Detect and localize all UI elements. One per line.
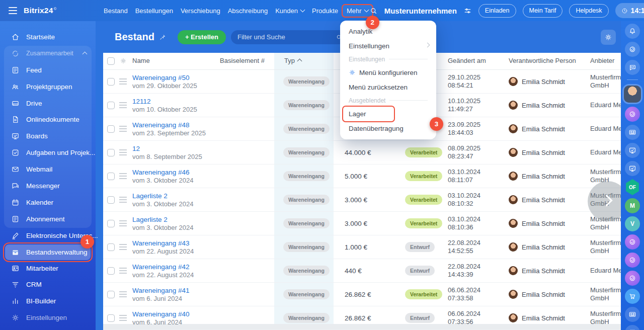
table-row[interactable]: Wareneingang #40vom 6. Juni 2024Warenein… bbox=[103, 306, 644, 330]
nav-item-kunden[interactable]: Kunden bbox=[275, 7, 304, 15]
rail-copilot-app-4-icon[interactable] bbox=[625, 271, 640, 286]
nav-item-abschreibung[interactable]: Abschreibung bbox=[228, 7, 268, 15]
view-settings-button[interactable] bbox=[601, 30, 616, 45]
row-checkbox[interactable] bbox=[107, 220, 115, 227]
rail-tasks-board-2-icon[interactable] bbox=[625, 161, 640, 176]
menu-item-menü-zurücksetzen[interactable]: Menü zurücksetzen bbox=[340, 80, 436, 95]
row-checkbox[interactable] bbox=[107, 196, 115, 204]
filter-search-input[interactable] bbox=[236, 33, 336, 41]
column-header-typ[interactable]: Typ bbox=[284, 57, 301, 64]
search-icon[interactable] bbox=[369, 7, 378, 15]
rail-copilot-app-3-icon[interactable] bbox=[625, 253, 640, 268]
sidebar-item-drive[interactable]: Drive bbox=[0, 95, 96, 112]
sidebar-item-projektgruppen[interactable]: Projektgruppen bbox=[0, 78, 96, 95]
drag-handle-icon[interactable] bbox=[119, 291, 127, 297]
sidebar-item-bi-builder[interactable]: BI-Builder bbox=[0, 293, 96, 309]
row-checkbox[interactable] bbox=[107, 291, 115, 298]
rail-tasks-board-icon[interactable] bbox=[625, 143, 640, 158]
row-checkbox[interactable] bbox=[107, 125, 115, 133]
table-row[interactable]: Wareneingang #43vom 22. August 2024Waren… bbox=[103, 235, 644, 259]
document-link[interactable]: Wareneingang #42 bbox=[132, 263, 190, 271]
column-header-changed[interactable]: Geändert am bbox=[448, 57, 486, 64]
document-link[interactable]: Wareneingang #43 bbox=[132, 239, 190, 247]
document-link[interactable]: Wareneingang #48 bbox=[132, 121, 190, 129]
person-name[interactable]: Emilia Schmidt bbox=[522, 149, 565, 156]
rail-notifications-icon[interactable] bbox=[625, 24, 640, 39]
sidebar-item-abonnement[interactable]: Abonnement bbox=[0, 211, 96, 227]
sidebar-item-zusammenarbeit[interactable]: Zusammenarbeit bbox=[0, 45, 96, 62]
person-name[interactable]: Emilia Schmidt bbox=[522, 243, 565, 251]
table-row[interactable]: 12vom 8. September 2025Wareneingang44.00… bbox=[103, 141, 644, 164]
app-logo[interactable]: Bitrix24© bbox=[24, 6, 57, 15]
table-row[interactable]: Wareneingang #46vom 3. Oktober 2024Waren… bbox=[103, 164, 644, 188]
sidebar-item-aufgaben-und-projek[interactable]: Aufgaben und Projek... bbox=[0, 144, 96, 161]
row-checkbox[interactable] bbox=[107, 78, 115, 86]
drag-handle-icon[interactable] bbox=[119, 197, 127, 203]
rail-contact-card-icon[interactable] bbox=[625, 125, 640, 140]
rail-chat-history-icon[interactable] bbox=[625, 60, 640, 75]
sidebar-item-feed[interactable]: Feed bbox=[0, 62, 96, 78]
sidebar-item-mitarbeiter[interactable]: Mitarbeiter bbox=[0, 260, 96, 277]
rail-contact-card-2-icon[interactable] bbox=[625, 307, 640, 322]
menu-item-datenübertragung[interactable]: Datenübertragung bbox=[340, 121, 436, 136]
table-row[interactable]: Wareneingang #41vom 6. Juni 2024Warenein… bbox=[103, 283, 644, 306]
drag-handle-icon[interactable] bbox=[119, 126, 127, 132]
row-checkbox[interactable] bbox=[107, 102, 115, 109]
nav-item-mehr[interactable]: Mehr2AnalytikEinstellungenEinstellungenM… bbox=[342, 4, 373, 18]
rail-v-app-icon[interactable]: V bbox=[625, 216, 640, 231]
rail-of-app-icon[interactable]: OF bbox=[625, 179, 640, 195]
menu-item-einstellungen[interactable]: Einstellungen bbox=[340, 39, 436, 53]
person-name[interactable]: Emilia Schmidt bbox=[522, 102, 565, 109]
nav-item-bestand[interactable]: Bestand bbox=[104, 7, 128, 15]
document-link[interactable]: Wareneingang #50 bbox=[132, 74, 190, 81]
document-link[interactable]: Wareneingang #41 bbox=[132, 287, 190, 294]
row-checkbox[interactable] bbox=[107, 243, 115, 251]
nav-item-bestellungen[interactable]: Bestellungen bbox=[135, 7, 173, 15]
sidebar-item-messenger[interactable]: Messenger bbox=[0, 178, 96, 194]
sidebar-item-onlinedokumente[interactable]: Onlinedokumente bbox=[0, 111, 96, 128]
sidebar-item-boards[interactable]: Boards bbox=[0, 128, 96, 144]
row-checkbox[interactable] bbox=[107, 267, 115, 275]
nav-item-produkte[interactable]: Produkte bbox=[312, 7, 338, 15]
document-link[interactable]: Wareneingang #46 bbox=[132, 169, 190, 176]
table-row[interactable]: Lagerliste 2vom 3. Oktober 2024Wareneing… bbox=[103, 188, 644, 212]
drag-handle-icon[interactable] bbox=[119, 78, 127, 85]
menu-item-lager[interactable]: Lager3 bbox=[340, 107, 436, 121]
drag-handle-icon[interactable] bbox=[119, 173, 127, 179]
sidebar-item-crm[interactable]: CRM bbox=[0, 276, 96, 293]
column-header-person[interactable]: Verantwortliche Person bbox=[509, 57, 576, 64]
plan-button[interactable]: Mein Tarif bbox=[523, 4, 563, 18]
person-name[interactable]: Emilia Schmidt bbox=[522, 267, 565, 275]
document-link[interactable]: Lagerliste 2 bbox=[132, 216, 168, 223]
rail-user-profile-avatar[interactable] bbox=[624, 86, 641, 103]
grid-settings-gear-icon[interactable] bbox=[120, 57, 127, 64]
column-header-vendor[interactable]: Anbieter bbox=[590, 57, 614, 64]
nav-item-verschiebung[interactable]: Verschiebung bbox=[181, 7, 220, 15]
rail-market-icon[interactable] bbox=[625, 289, 640, 304]
table-row[interactable]: Wareneingang #42vom 22. August 2024Waren… bbox=[103, 259, 644, 283]
column-header-base[interactable]: Basiselement # bbox=[220, 57, 265, 64]
drag-handle-icon[interactable] bbox=[119, 268, 127, 274]
company-name[interactable]: Musterunternehmen bbox=[384, 7, 457, 15]
menu-item-menü-konfigurieren[interactable]: Menü konfigurieren bbox=[340, 65, 436, 80]
drag-handle-icon[interactable] bbox=[119, 244, 127, 250]
person-name[interactable]: Emilia Schmidt bbox=[522, 314, 565, 322]
invite-button[interactable]: Einladen bbox=[478, 4, 516, 18]
person-name[interactable]: Emilia Schmidt bbox=[522, 125, 565, 133]
document-link[interactable]: Wareneingang #40 bbox=[132, 310, 190, 318]
drag-handle-icon[interactable] bbox=[119, 315, 127, 321]
pin-icon[interactable] bbox=[159, 33, 167, 41]
row-checkbox[interactable] bbox=[107, 314, 115, 322]
person-name[interactable]: Emilia Schmidt bbox=[522, 78, 565, 86]
sidebar-item-kalender[interactable]: Kalender bbox=[0, 194, 96, 211]
select-all-checkbox[interactable] bbox=[107, 57, 115, 65]
rail-m-app-icon[interactable]: M bbox=[625, 198, 640, 213]
document-link[interactable]: Lagerliste 2 bbox=[132, 192, 168, 200]
helpdesk-button[interactable]: Helpdesk bbox=[569, 4, 608, 18]
menu-item-analytik[interactable]: Analytik bbox=[340, 24, 436, 39]
person-name[interactable]: Emilia Schmidt bbox=[522, 291, 565, 298]
rail-copilot-app-2-icon[interactable] bbox=[625, 234, 640, 250]
document-link[interactable]: 12112 bbox=[132, 98, 151, 105]
table-row[interactable]: Lagerliste 2vom 3. Oktober 2024Wareneing… bbox=[103, 212, 644, 235]
column-header-name[interactable]: Name bbox=[132, 57, 150, 64]
